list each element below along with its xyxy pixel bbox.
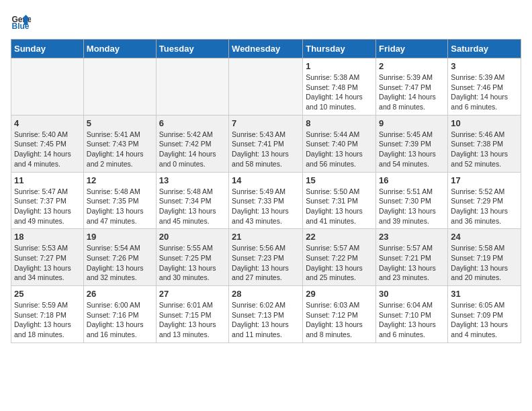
day-info: Sunrise: 5:50 AM Sunset: 7:31 PM Dayligh… [306,187,373,226]
day-info: Sunrise: 6:04 AM Sunset: 7:10 PM Dayligh… [379,300,445,340]
day-cell-15: 15Sunrise: 5:50 AM Sunset: 7:31 PM Dayli… [303,172,376,229]
weekday-header-row: SundayMondayTuesdayWednesdayThursdayFrid… [11,40,521,58]
weekday-header-friday: Friday [376,40,448,58]
day-number: 15 [306,175,373,185]
day-number: 30 [379,289,445,299]
day-info: Sunrise: 5:39 AM Sunset: 7:46 PM Dayligh… [451,73,518,112]
weekday-header-saturday: Saturday [448,40,521,58]
day-number: 7 [232,118,300,128]
day-number: 11 [14,175,81,185]
day-info: Sunrise: 5:39 AM Sunset: 7:47 PM Dayligh… [379,73,445,112]
day-cell-12: 12Sunrise: 5:48 AM Sunset: 7:35 PM Dayli… [83,172,156,229]
day-info: Sunrise: 5:40 AM Sunset: 7:45 PM Dayligh… [14,130,81,169]
day-number: 8 [306,118,373,128]
day-info: Sunrise: 5:48 AM Sunset: 7:35 PM Dayligh… [87,187,153,226]
day-cell-11: 11Sunrise: 5:47 AM Sunset: 7:37 PM Dayli… [11,172,84,229]
day-number: 6 [159,118,226,128]
day-cell-7: 7Sunrise: 5:43 AM Sunset: 7:41 PM Daylig… [229,115,303,172]
day-cell-30: 30Sunrise: 6:04 AM Sunset: 7:10 PM Dayli… [376,286,448,343]
day-cell-26: 26Sunrise: 6:00 AM Sunset: 7:16 PM Dayli… [83,286,156,343]
day-number: 12 [87,175,153,185]
day-number: 27 [159,289,226,299]
day-number: 10 [451,118,518,128]
day-number: 20 [159,232,226,242]
day-number: 14 [232,175,300,185]
day-number: 22 [306,232,373,242]
day-info: Sunrise: 6:02 AM Sunset: 7:13 PM Dayligh… [232,300,300,340]
day-info: Sunrise: 5:38 AM Sunset: 7:48 PM Dayligh… [306,73,373,112]
day-cell-2: 2Sunrise: 5:39 AM Sunset: 7:47 PM Daylig… [376,58,448,116]
day-cell-14: 14Sunrise: 5:49 AM Sunset: 7:33 PM Dayli… [229,172,303,229]
day-info: Sunrise: 6:03 AM Sunset: 7:12 PM Dayligh… [306,300,373,340]
day-cell-13: 13Sunrise: 5:48 AM Sunset: 7:34 PM Dayli… [156,172,228,229]
day-info: Sunrise: 6:00 AM Sunset: 7:16 PM Dayligh… [87,300,153,340]
week-row-4: 18Sunrise: 5:53 AM Sunset: 7:27 PM Dayli… [11,229,521,286]
day-info: Sunrise: 6:01 AM Sunset: 7:15 PM Dayligh… [159,300,226,340]
logo: General Blue [11,11,34,31]
day-cell-23: 23Sunrise: 5:57 AM Sunset: 7:21 PM Dayli… [376,229,448,286]
day-cell-6: 6Sunrise: 5:42 AM Sunset: 7:42 PM Daylig… [156,115,228,172]
day-info: Sunrise: 5:52 AM Sunset: 7:29 PM Dayligh… [451,187,518,226]
week-row-3: 11Sunrise: 5:47 AM Sunset: 7:37 PM Dayli… [11,172,521,229]
week-row-5: 25Sunrise: 5:59 AM Sunset: 7:18 PM Dayli… [11,286,521,343]
day-number: 25 [14,289,81,299]
day-info: Sunrise: 5:46 AM Sunset: 7:38 PM Dayligh… [451,130,518,169]
day-info: Sunrise: 5:44 AM Sunset: 7:40 PM Dayligh… [306,130,373,169]
day-info: Sunrise: 5:48 AM Sunset: 7:34 PM Dayligh… [159,187,226,226]
day-info: Sunrise: 5:43 AM Sunset: 7:41 PM Dayligh… [232,130,300,169]
day-cell-18: 18Sunrise: 5:53 AM Sunset: 7:27 PM Dayli… [11,229,84,286]
day-cell-10: 10Sunrise: 5:46 AM Sunset: 7:38 PM Dayli… [448,115,521,172]
day-info: Sunrise: 5:55 AM Sunset: 7:25 PM Dayligh… [159,243,226,283]
day-number: 4 [14,118,81,128]
day-cell-22: 22Sunrise: 5:57 AM Sunset: 7:22 PM Dayli… [303,229,376,286]
day-number: 18 [14,232,81,242]
day-number: 17 [451,175,518,185]
day-cell-5: 5Sunrise: 5:41 AM Sunset: 7:43 PM Daylig… [83,115,156,172]
week-row-2: 4Sunrise: 5:40 AM Sunset: 7:45 PM Daylig… [11,115,521,172]
day-cell-21: 21Sunrise: 5:56 AM Sunset: 7:23 PM Dayli… [229,229,303,286]
day-info: Sunrise: 5:53 AM Sunset: 7:27 PM Dayligh… [14,243,81,283]
weekday-header-thursday: Thursday [303,40,376,58]
day-number: 24 [451,232,518,242]
day-info: Sunrise: 5:49 AM Sunset: 7:33 PM Dayligh… [232,187,300,226]
day-number: 3 [451,61,518,71]
day-cell-17: 17Sunrise: 5:52 AM Sunset: 7:29 PM Dayli… [448,172,521,229]
day-number: 21 [232,232,300,242]
day-cell-9: 9Sunrise: 5:45 AM Sunset: 7:39 PM Daylig… [376,115,448,172]
day-number: 31 [451,289,518,299]
day-number: 13 [159,175,226,185]
empty-cell [229,58,303,116]
day-cell-31: 31Sunrise: 6:05 AM Sunset: 7:09 PM Dayli… [448,286,521,343]
day-number: 28 [232,289,300,299]
day-cell-20: 20Sunrise: 5:55 AM Sunset: 7:25 PM Dayli… [156,229,228,286]
day-cell-1: 1Sunrise: 5:38 AM Sunset: 7:48 PM Daylig… [303,58,376,116]
day-number: 16 [379,175,445,185]
calendar-table: SundayMondayTuesdayWednesdayThursdayFrid… [11,39,521,343]
day-info: Sunrise: 5:45 AM Sunset: 7:39 PM Dayligh… [379,130,445,169]
day-info: Sunrise: 5:57 AM Sunset: 7:22 PM Dayligh… [306,243,373,283]
day-info: Sunrise: 5:41 AM Sunset: 7:43 PM Dayligh… [87,130,153,169]
day-cell-24: 24Sunrise: 5:58 AM Sunset: 7:19 PM Dayli… [448,229,521,286]
day-info: Sunrise: 5:54 AM Sunset: 7:26 PM Dayligh… [87,243,153,283]
day-info: Sunrise: 5:42 AM Sunset: 7:42 PM Dayligh… [159,130,226,169]
weekday-header-monday: Monday [83,40,156,58]
day-cell-25: 25Sunrise: 5:59 AM Sunset: 7:18 PM Dayli… [11,286,84,343]
day-cell-27: 27Sunrise: 6:01 AM Sunset: 7:15 PM Dayli… [156,286,228,343]
day-number: 23 [379,232,445,242]
logo-icon: General Blue [11,11,31,31]
empty-cell [156,58,228,116]
day-number: 9 [379,118,445,128]
weekday-header-sunday: Sunday [11,40,84,58]
day-info: Sunrise: 6:05 AM Sunset: 7:09 PM Dayligh… [451,300,518,340]
day-cell-16: 16Sunrise: 5:51 AM Sunset: 7:30 PM Dayli… [376,172,448,229]
day-info: Sunrise: 5:57 AM Sunset: 7:21 PM Dayligh… [379,243,445,283]
day-info: Sunrise: 5:56 AM Sunset: 7:23 PM Dayligh… [232,243,300,283]
weekday-header-tuesday: Tuesday [156,40,228,58]
day-info: Sunrise: 5:59 AM Sunset: 7:18 PM Dayligh… [14,300,81,340]
day-cell-3: 3Sunrise: 5:39 AM Sunset: 7:46 PM Daylig… [448,58,521,116]
day-cell-19: 19Sunrise: 5:54 AM Sunset: 7:26 PM Dayli… [83,229,156,286]
day-number: 5 [87,118,153,128]
day-info: Sunrise: 5:51 AM Sunset: 7:30 PM Dayligh… [379,187,445,226]
weekday-header-wednesday: Wednesday [229,40,303,58]
empty-cell [83,58,156,116]
